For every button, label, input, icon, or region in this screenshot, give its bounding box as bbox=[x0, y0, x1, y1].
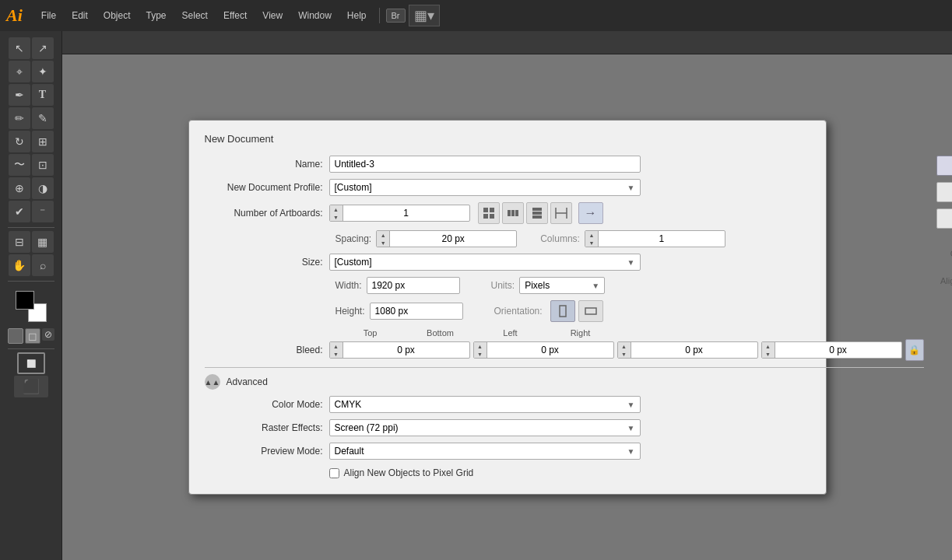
bleed-right-input[interactable] bbox=[775, 343, 901, 357]
select-tool[interactable]: ↖ bbox=[9, 37, 30, 59]
shape-builder-tool[interactable]: ⊕ bbox=[9, 177, 30, 199]
align-checkbox[interactable] bbox=[329, 468, 339, 478]
columns-decrement[interactable]: ▼ bbox=[585, 239, 598, 247]
bleed-bottom-decrement[interactable]: ▼ bbox=[474, 350, 487, 358]
menu-effect[interactable]: Effect bbox=[217, 7, 253, 24]
bleed-right-decrement[interactable]: ▼ bbox=[762, 350, 775, 358]
ok-button[interactable]: OK bbox=[936, 156, 953, 176]
artboard-btn[interactable]: ⬛ bbox=[14, 376, 48, 397]
profile-dropdown[interactable]: [Custom] ▼ bbox=[329, 179, 641, 196]
pen-tool[interactable]: ✒ bbox=[9, 84, 30, 106]
bleed-left-increment[interactable]: ▲ bbox=[618, 342, 631, 350]
height-input[interactable] bbox=[370, 303, 463, 320]
fill-btn[interactable] bbox=[8, 328, 23, 344]
zoom-tool[interactable]: ⌕ bbox=[32, 254, 54, 276]
spacing-decrement[interactable]: ▼ bbox=[377, 239, 389, 247]
text-tool[interactable]: T bbox=[32, 84, 54, 106]
arrange-col-btn[interactable] bbox=[526, 202, 548, 224]
brush-tool[interactable]: ✏ bbox=[9, 107, 30, 129]
scale-tool[interactable]: ⊞ bbox=[32, 131, 54, 152]
bleed-right-increment[interactable]: ▲ bbox=[762, 342, 775, 350]
color-mode-label: Color Mode: bbox=[205, 399, 329, 410]
arrange-spacing-btn[interactable] bbox=[550, 202, 572, 224]
bleed-bottom-spinner-btns: ▲ ▼ bbox=[474, 342, 487, 358]
measure-tool[interactable]: ⁻ bbox=[32, 201, 54, 222]
menu-select[interactable]: Select bbox=[176, 7, 214, 24]
menu-object[interactable]: Object bbox=[97, 7, 137, 24]
orientation-portrait-btn[interactable] bbox=[550, 300, 575, 322]
br-icon[interactable]: Br bbox=[386, 9, 406, 23]
bleed-lock-btn[interactable]: 🔒 bbox=[905, 339, 924, 361]
menu-view[interactable]: View bbox=[256, 7, 289, 24]
orientation-landscape-btn[interactable] bbox=[578, 300, 603, 322]
none-btn[interactable]: ⊘ bbox=[42, 328, 54, 341]
draw-mode-normal[interactable]: ⬜ bbox=[17, 352, 45, 374]
color-mode-info: Color Mode:CMYK PPI:72 Align to Pixel Gr… bbox=[936, 247, 953, 289]
workspace-icon[interactable]: ▦▾ bbox=[409, 5, 440, 26]
artboards-increment[interactable]: ▲ bbox=[330, 205, 343, 213]
artboards-value-input[interactable] bbox=[343, 206, 469, 220]
advanced-collapse-btn[interactable]: ▲▲ bbox=[205, 374, 220, 390]
width-input[interactable] bbox=[367, 277, 460, 294]
color-mode-dropdown[interactable]: CMYK ▼ bbox=[329, 396, 641, 413]
profile-row: New Document Profile: [Custom] ▼ bbox=[205, 179, 924, 196]
orientation-label: Orientation: bbox=[494, 306, 543, 317]
preview-label: Preview Mode: bbox=[205, 446, 329, 457]
arrange-grid-btn[interactable] bbox=[478, 202, 500, 224]
hand-tool[interactable]: ✋ bbox=[9, 254, 30, 276]
tool-row-8: ✔ ⁻ bbox=[9, 201, 54, 222]
chart-tool[interactable]: ▦ bbox=[32, 231, 54, 253]
dialog-overlay: New Document Name: New Document Profile:… bbox=[62, 54, 952, 560]
templates-button[interactable]: Templates... bbox=[936, 208, 953, 229]
warp-tool[interactable]: 〜 bbox=[9, 154, 30, 176]
bleed-left-decrement[interactable]: ▼ bbox=[618, 350, 631, 358]
bleed-top-spinner: ▲ ▼ bbox=[329, 341, 470, 359]
bleed-left-input[interactable] bbox=[631, 343, 757, 357]
preview-dropdown[interactable]: Default ▼ bbox=[329, 443, 641, 460]
spacing-increment[interactable]: ▲ bbox=[377, 231, 389, 239]
raster-dropdown[interactable]: Screen (72 ppi) ▼ bbox=[329, 419, 641, 436]
spacing-spinner-btns: ▲ ▼ bbox=[377, 231, 390, 247]
spacing-spinner: ▲ ▼ bbox=[376, 230, 517, 247]
spacing-value-input[interactable] bbox=[390, 232, 516, 246]
direct-select-tool[interactable]: ↗ bbox=[32, 37, 54, 59]
lasso-tool[interactable]: ⌖ bbox=[9, 61, 30, 82]
arrange-row-btn[interactable] bbox=[502, 202, 524, 224]
bleed-top-decrement[interactable]: ▼ bbox=[330, 350, 343, 358]
tool-row-10: ✋ ⌕ bbox=[9, 254, 54, 276]
menu-edit[interactable]: Edit bbox=[65, 7, 94, 24]
units-label: Units: bbox=[491, 280, 515, 291]
artboards-decrement[interactable]: ▼ bbox=[330, 213, 343, 221]
artboards-arrow-btn[interactable]: → bbox=[578, 202, 603, 224]
columns-increment[interactable]: ▲ bbox=[585, 231, 598, 239]
gradient-tool[interactable]: ◑ bbox=[32, 177, 54, 199]
pencil-tool[interactable]: ✎ bbox=[32, 107, 54, 129]
eyedropper-tool[interactable]: ✔ bbox=[9, 201, 30, 222]
bleed-bottom-increment[interactable]: ▲ bbox=[474, 342, 487, 350]
menu-help[interactable]: Help bbox=[341, 7, 373, 24]
height-orient-row: Height: Orientation: bbox=[335, 300, 924, 322]
rotate-tool[interactable]: ↻ bbox=[9, 131, 30, 152]
advanced-section: ▲▲ Advanced Color Mode: CMYK ▼ bbox=[205, 367, 924, 478]
cancel-button[interactable]: Cancel bbox=[936, 182, 953, 202]
bleed-left-spinner: ▲ ▼ bbox=[617, 341, 758, 359]
size-dropdown[interactable]: [Custom] ▼ bbox=[329, 254, 641, 271]
bleed-top-input[interactable] bbox=[343, 343, 469, 357]
menu-type[interactable]: Type bbox=[140, 7, 173, 24]
bleed-top-increment[interactable]: ▲ bbox=[330, 342, 343, 350]
stroke-btn[interactable]: ◻ bbox=[25, 328, 40, 344]
name-input[interactable] bbox=[329, 156, 641, 173]
menu-window[interactable]: Window bbox=[292, 7, 338, 24]
menu-file[interactable]: File bbox=[35, 7, 62, 24]
preview-arrow: ▼ bbox=[627, 447, 635, 456]
units-dropdown[interactable]: Pixels ▼ bbox=[519, 277, 605, 294]
bleed-bottom-input[interactable] bbox=[487, 343, 613, 357]
free-transform-tool[interactable]: ⊡ bbox=[32, 154, 54, 176]
dialog-body: Name: New Document Profile: [Custom] ▼ N… bbox=[205, 156, 810, 478]
foreground-color-swatch[interactable] bbox=[16, 291, 34, 310]
magic-wand-tool[interactable]: ✦ bbox=[32, 61, 54, 82]
svg-rect-7 bbox=[532, 208, 542, 211]
columns-value-input[interactable] bbox=[599, 232, 725, 246]
dialog-right: OK Cancel Templates... Color Mode:CMYK P… bbox=[936, 156, 953, 478]
graph-tool[interactable]: ⊟ bbox=[9, 231, 30, 253]
